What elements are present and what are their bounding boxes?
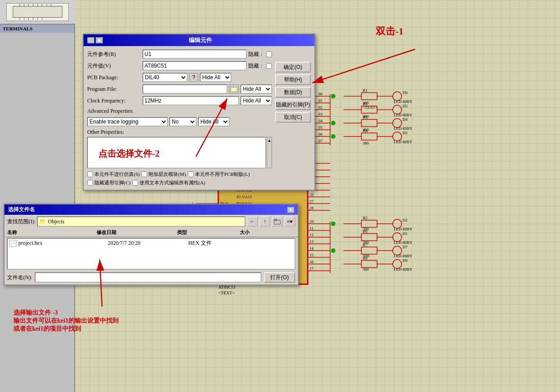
annotation-step1: 双击-1 [376,25,403,38]
cb-text-edit-label: 使用文本方式编辑所有属性(A) [140,179,205,186]
step3-line1: 输出文件可以在kei1的输出设置中找到 [13,317,119,325]
file-name-0: project.hex [18,240,108,247]
file-dialog-title-bar[interactable]: 选择文件名 ✕ [4,205,298,215]
dialog-title-bar[interactable]: □ ■ 编辑元件 [84,34,314,46]
annotation-step2: 点击选择文件-2 [98,148,160,160]
component-ref-input[interactable] [143,50,246,59]
program-hide-select[interactable]: Hide All [241,85,272,94]
file-type-0: HEX 文件 [188,239,251,247]
view-btn[interactable]: ≡▾ [284,217,295,226]
filename-label: 文件名(N): [7,274,32,281]
clock-freq-label: Clock Frequency: [87,98,141,104]
props-scroll-up[interactable]: ▲ [267,137,272,168]
dialog-buttons-panel: 确定(O) 帮助(H) 数据(D) 隐藏的引脚(P) 取消(C) [275,62,311,123]
data-button[interactable]: 数据(D) [275,87,311,98]
hide-label-2: 隐藏： [248,62,264,70]
cb-attach-module-input[interactable] [141,171,147,177]
cb-text-edit: 使用文本方式编辑所有属性(A) [132,179,205,186]
terminals-label: TERMINALS [0,25,74,33]
file-dialog-close[interactable]: ✕ [287,207,294,213]
cb-attach-module-label: 附加层次模块(M) [148,171,186,178]
file-list-header: 名称 修改日期 类型 大小 [4,228,298,237]
col-size: 大小 [240,229,276,236]
col-name: 名称 [7,229,97,236]
filename-input[interactable] [35,273,261,282]
cb-hide-pins-label: 隐藏通用引脚(C) [94,179,131,186]
advanced-props-row: Advanced Properties: [87,108,272,115]
ok-button[interactable]: 确定(O) [275,62,311,72]
cb-attach-module: 附加层次模块(M) [141,171,186,178]
clock-hide-select[interactable]: Hide All [241,96,272,105]
edit-component-dialog: □ ■ 编辑元件 元件参考(R) 隐藏： 元件值(V) 隐藏： [83,34,315,191]
location-label: 查找范围(I): [7,218,35,226]
checkboxes-section: 本元件不进行仿真(S) 附加层次模块(M) 本元件不用于PCB制版(L) 隐藏通… [87,171,272,186]
program-file-input[interactable] [143,85,227,94]
svg-rect-16 [231,86,233,88]
file-bottom: 文件名(N): 打开(O) [4,270,298,285]
file-dialog-title-text: 选择文件名 [8,206,35,213]
help-button[interactable]: 帮助(H) [275,74,311,85]
file-row-0[interactable]: 📄 project.hex 2020/7/7 20:20 HEX 文件 [8,239,295,248]
component-ref-hide: 隐藏： [248,51,272,58]
cb-hide-pins: 隐藏通用引脚(C) [87,179,131,186]
left-panel: TERMINALS [0,0,75,392]
location-value-display[interactable]: 📁 Objects [37,217,245,226]
component-val-label: 元件值(V) [87,62,141,70]
program-file-row: Program File: Hide All [87,85,272,94]
other-props-label: Other Properties: [87,129,272,136]
pcb-package-label: PCB Package: [87,74,141,81]
component-val-row: 元件值(V) 隐藏： [87,61,272,70]
cb-no-pcb: 本元件不用于PCB制版(L) [188,171,250,178]
file-select-dialog: 选择文件名 ✕ 查找范围(I): 📁 Objects ← ↑ + ≡▾ 名称 修… [4,204,299,285]
component-ref-row: 元件参考(R) 隐藏： [87,50,272,59]
file-date-0: 2020/7/7 20:20 [108,240,188,247]
annotation-step3: 选择输出文件 -3 输出文件可以在kei1的输出设置中找到 或者在kei1的项目… [13,309,119,333]
advanced-value-select[interactable]: No [170,117,196,126]
svg-rect-0 [13,6,62,17]
program-file-browse-btn[interactable] [229,85,239,94]
create-folder-btn[interactable]: + [272,217,283,226]
left-panel-top [0,0,75,25]
clock-freq-row: Clock Frequency: Hide All [87,96,272,105]
cb-text-edit-input[interactable] [132,180,138,186]
pcb-package-select[interactable]: DIL40 [143,73,187,82]
dialog-window-controls: □ ■ [87,37,103,43]
svg-text:+: + [277,221,279,225]
hide-label-1: 隐藏： [248,51,264,58]
cancel-button[interactable]: 取消(C) [275,112,311,123]
cb-hide-pins-input[interactable] [87,180,93,186]
location-folder-icon: 📁 [39,218,46,225]
file-list[interactable]: 📄 project.hex 2020/7/7 20:20 HEX 文件 [7,238,295,269]
pcb-help-btn[interactable]: ? [189,73,198,82]
file-toolbar: 查找范围(I): 📁 Objects ← ↑ + ≡▾ [4,215,298,228]
dialog-icon[interactable]: ■ [96,37,103,43]
hide-checkbox-2[interactable] [266,63,272,69]
dialog-minimize[interactable]: □ [87,37,94,43]
cb-no-sim: 本元件不进行仿真(S) [87,171,140,178]
step3-line2: 或者在kei1的项目中找到 [13,325,119,333]
hidden-pins-button[interactable]: 隐藏的引脚(P) [275,99,311,110]
advanced-value-row: Enable trace logging No Hide All [87,117,272,126]
advanced-hide-select[interactable]: Hide All [198,117,229,126]
component-ref-label: 元件参考(R) [87,51,141,58]
pcb-hide-select[interactable]: Hide All [200,73,231,82]
nav-back-btn[interactable]: ← [247,217,258,226]
advanced-props-label: Advanced Properties: [87,108,141,115]
dialog-title-text: 编辑元件 [189,36,212,44]
nav-up-btn[interactable]: ↑ [259,217,270,226]
advanced-dropdown-select[interactable]: Enable trace logging [87,117,168,126]
program-file-label: Program File: [87,86,141,93]
step3-title: 选择输出文件 -3 [13,309,119,317]
file-open-button[interactable]: 打开(O) [264,272,295,283]
cb-no-pcb-input[interactable] [188,171,194,177]
component-val-hide: 隐藏： [248,62,272,70]
col-type: 类型 [177,229,240,236]
cb-no-sim-input[interactable] [87,171,93,177]
col-date: 修改日期 [97,229,177,236]
pcb-package-row: PCB Package: DIL40 ? Hide All [87,73,272,82]
clock-freq-input[interactable] [143,96,239,105]
cb-no-pcb-label: 本元件不用于PCB制版(L) [195,171,250,178]
component-val-input[interactable] [143,61,246,70]
hide-checkbox-1[interactable] [266,51,272,57]
component-preview [6,3,69,21]
